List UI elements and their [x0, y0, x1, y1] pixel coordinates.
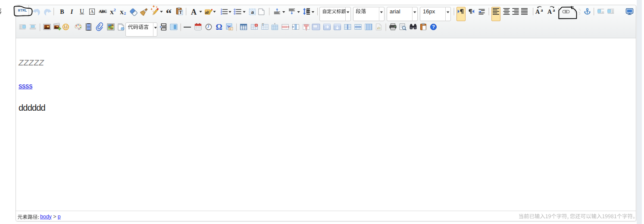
svg-text:3: 3	[221, 12, 222, 15]
svg-text:T: T	[179, 10, 182, 15]
svg-text:Ω: Ω	[216, 22, 222, 31]
svg-text:T: T	[262, 23, 264, 27]
svg-text:a: a	[251, 9, 254, 15]
svg-text:?: ?	[432, 24, 435, 29]
